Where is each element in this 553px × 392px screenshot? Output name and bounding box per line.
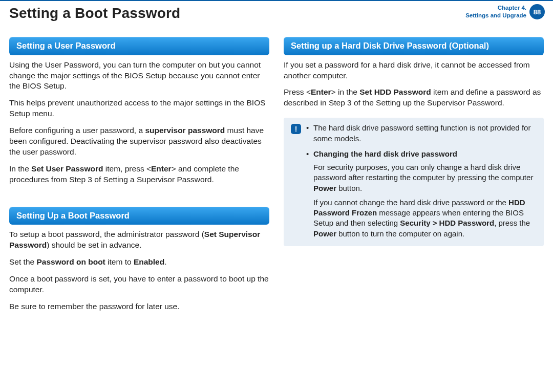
term-password-on-boot: Password on boot <box>36 257 105 266</box>
paragraph: Set the Password on boot item to Enabled… <box>9 257 269 268</box>
paragraph: Using the User Password, you can turn th… <box>9 60 269 92</box>
text: item, press < <box>103 164 151 173</box>
paragraph: Before configuring a user password, a su… <box>9 125 269 158</box>
text: Press < <box>284 88 311 96</box>
section-heading-boot-password: Setting Up a Boot Password <box>9 207 269 225</box>
paragraph: Once a boot password is set, you have to… <box>9 274 269 295</box>
text: For security purposes, you can only chan… <box>313 163 533 182</box>
text: Set the <box>9 257 36 266</box>
paragraph: If you cannot change the hard disk drive… <box>313 198 537 239</box>
chapter-label: Chapter 4. <box>465 4 526 12</box>
key-enter: Enter <box>151 164 172 173</box>
page-header: Setting a Boot Password Chapter 4. Setti… <box>0 1 553 28</box>
menu-path-security-hdd: Security > HDD Password <box>400 219 494 227</box>
key-enter: Enter <box>311 88 331 96</box>
term-power-button: Power <box>313 229 336 238</box>
section-heading-hdd-password: Setting up a Hard Disk Drive Password (O… <box>284 37 544 55</box>
text: item to <box>105 257 134 266</box>
chapter-subtitle: Settings and Upgrade <box>465 12 526 19</box>
paragraph: To setup a boot password, the administra… <box>9 229 269 251</box>
left-column: Setting a User Password Using the User P… <box>9 37 269 312</box>
list-item: Changing the hard disk drive password Fo… <box>306 149 537 239</box>
term-supervisor-password: supervisor password <box>145 126 225 135</box>
list-item: The hard disk drive password setting fun… <box>306 123 537 144</box>
right-column: Setting up a Hard Disk Drive Password (O… <box>284 37 544 312</box>
note-subheading: Changing the hard disk drive password <box>313 149 457 158</box>
spacer <box>9 185 269 207</box>
paragraph: Be sure to remember the password for lat… <box>9 301 269 312</box>
text: If you cannot change the hard disk drive… <box>313 198 508 207</box>
chapter-text: Chapter 4. Settings and Upgrade <box>465 4 526 19</box>
text: ) should be set in advance. <box>47 241 141 249</box>
term-power-button: Power <box>313 184 336 192</box>
note-list: The hard disk drive password setting fun… <box>306 123 537 239</box>
text: , press the <box>494 219 530 227</box>
term-set-user-password: Set User Password <box>31 164 103 173</box>
content-columns: Setting a User Password Using the User P… <box>0 28 553 312</box>
text: button to turn the computer on again. <box>336 229 464 238</box>
text: To setup a boot password, the administra… <box>9 230 204 238</box>
text: > in the <box>331 88 360 96</box>
page-number-badge: 88 <box>529 4 545 19</box>
section-heading-user-password: Setting a User Password <box>9 37 269 55</box>
paragraph: For security purposes, you can only chan… <box>313 162 537 193</box>
note-box: ! The hard disk drive password setting f… <box>284 118 544 246</box>
text: . <box>164 257 166 266</box>
term-enabled: Enabled <box>134 257 164 266</box>
paragraph: Press <Enter> in the Set HDD Password it… <box>284 87 544 108</box>
paragraph: In the Set User Password item, press <En… <box>9 164 269 185</box>
text: Before configuring a user password, a <box>9 126 145 135</box>
chapter-indicator: Chapter 4. Settings and Upgrade 88 <box>465 4 545 19</box>
paragraph: If you set a password for a hard disk dr… <box>284 60 544 81</box>
paragraph: This helps prevent unauthorized access t… <box>9 98 269 119</box>
alert-icon: ! <box>291 124 301 134</box>
text: button. <box>336 184 362 192</box>
text: The hard disk drive password setting fun… <box>313 123 530 142</box>
page-title: Setting a Boot Password <box>9 5 180 21</box>
term-set-hdd-password: Set HDD Password <box>359 88 431 96</box>
text: In the <box>9 164 31 173</box>
